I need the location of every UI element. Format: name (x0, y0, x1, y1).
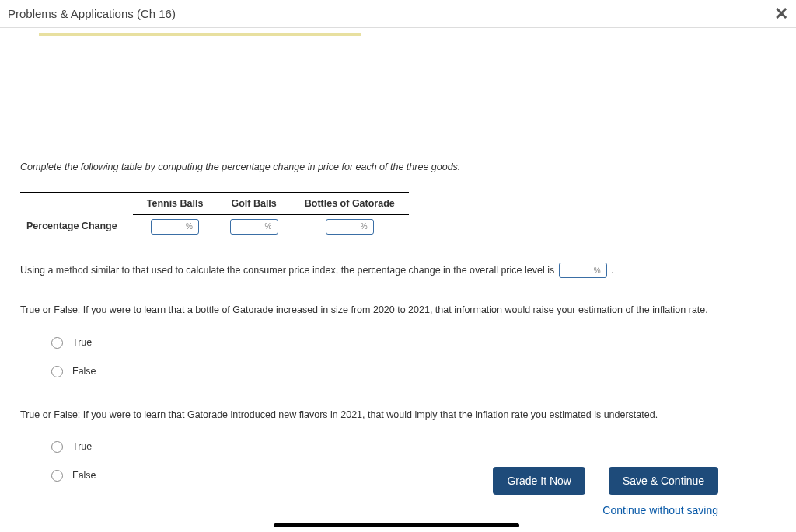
q1-option-true[interactable]: True (51, 336, 776, 350)
golf-pct-input-wrap[interactable]: % (230, 219, 278, 235)
overall-suffix: . (611, 265, 613, 276)
radio-icon (51, 470, 63, 482)
content-area: Complete the following table by computin… (0, 28, 796, 483)
q2-option-true[interactable]: True (51, 440, 776, 454)
header: Problems & Applications (Ch 16) ✕ (0, 0, 796, 28)
col-header-tennis: Tennis Balls (133, 193, 218, 214)
question-1-options: True False (51, 336, 776, 379)
home-indicator (274, 523, 519, 527)
overall-pct-input-wrap[interactable]: % (559, 263, 607, 278)
q2-false-label: False (72, 468, 96, 483)
percentage-table: Tennis Balls Golf Balls Bottles of Gator… (20, 192, 776, 238)
radio-icon (51, 366, 63, 377)
golf-pct-input[interactable] (234, 222, 264, 231)
row-label: Percentage Change (20, 214, 133, 238)
highlight-bar (39, 33, 361, 36)
question-1-text: True or False: If you were to learn that… (20, 301, 776, 320)
page-title: Problems & Applications (Ch 16) (8, 7, 176, 20)
gatorade-pct-input[interactable] (330, 222, 359, 231)
overall-sentence: Using a method similar to that used to c… (20, 262, 776, 280)
instruction-text: Complete the following table by computin… (20, 160, 776, 175)
col-header-golf: Golf Balls (217, 193, 290, 214)
percent-sign: % (594, 263, 601, 278)
percent-sign: % (186, 221, 193, 232)
radio-icon (51, 337, 63, 349)
radio-icon (51, 441, 63, 453)
close-icon[interactable]: ✕ (774, 5, 788, 23)
gatorade-pct-input-wrap[interactable]: % (326, 219, 374, 235)
footer-actions: Grade It Now Save & Continue Continue wi… (493, 467, 718, 516)
continue-without-saving-link[interactable]: Continue without saving (602, 504, 718, 516)
question-2-text: True or False: If you were to learn that… (20, 406, 776, 425)
q1-option-false[interactable]: False (51, 364, 776, 379)
percent-sign: % (265, 221, 272, 232)
q2-true-label: True (72, 440, 92, 454)
tennis-pct-input[interactable] (155, 222, 184, 231)
tennis-pct-input-wrap[interactable]: % (151, 219, 199, 235)
overall-pct-input[interactable] (563, 266, 592, 275)
grade-button[interactable]: Grade It Now (493, 467, 585, 495)
percent-sign: % (361, 221, 368, 232)
q1-true-label: True (72, 336, 92, 350)
save-continue-button[interactable]: Save & Continue (609, 467, 718, 495)
overall-prefix: Using a method similar to that used to c… (20, 265, 554, 276)
col-header-gatorade: Bottles of Gatorade (291, 193, 409, 214)
q1-false-label: False (72, 364, 96, 379)
